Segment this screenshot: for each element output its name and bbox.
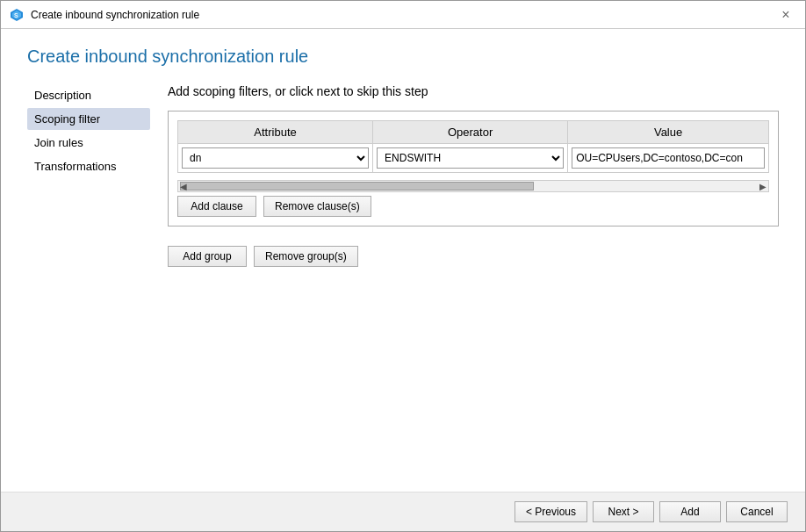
- operator-select[interactable]: ENDSWITH: [377, 147, 564, 169]
- svg-text:S: S: [14, 12, 18, 18]
- attribute-cell: dn: [178, 144, 373, 173]
- previous-button[interactable]: < Previous: [515, 501, 587, 522]
- value-input[interactable]: [572, 147, 765, 169]
- next-button[interactable]: Next >: [593, 501, 654, 522]
- close-button[interactable]: ×: [775, 4, 796, 25]
- step-heading: Add scoping filters, or click next to sk…: [168, 84, 779, 98]
- sidebar-item-transformations[interactable]: Transformations: [27, 155, 150, 177]
- scroll-left-arrow[interactable]: ◀: [180, 182, 187, 191]
- title-bar-left: S Create inbound synchronization rule: [10, 8, 199, 22]
- clause-buttons: Add clause Remove clause(s): [177, 196, 769, 217]
- footer: < Previous Next > Add Cancel: [1, 492, 805, 531]
- main-content: Create inbound synchronization rule Desc…: [1, 29, 805, 492]
- page-title: Create inbound synchronization rule: [27, 47, 779, 67]
- sidebar-item-description[interactable]: Description: [27, 84, 150, 106]
- scrollbar-thumb[interactable]: [180, 182, 534, 191]
- value-cell: [568, 144, 769, 173]
- remove-clause-button[interactable]: Remove clause(s): [263, 196, 371, 217]
- filter-table: Attribute Operator Value dn: [177, 120, 769, 173]
- sidebar-item-join-rules[interactable]: Join rules: [27, 132, 150, 154]
- sidebar: Description Scoping filter Join rules Tr…: [27, 84, 150, 483]
- main-panel: Add scoping filters, or click next to sk…: [168, 84, 779, 483]
- add-clause-button[interactable]: Add clause: [177, 196, 256, 217]
- operator-cell: ENDSWITH: [373, 144, 568, 173]
- title-bar: S Create inbound synchronization rule ×: [1, 1, 805, 29]
- sidebar-item-scoping-filter[interactable]: Scoping filter: [27, 108, 150, 130]
- add-button[interactable]: Add: [659, 501, 721, 522]
- remove-group-button[interactable]: Remove group(s): [254, 246, 358, 267]
- group-buttons: Add group Remove group(s): [168, 246, 779, 267]
- title-bar-title: Create inbound synchronization rule: [31, 9, 199, 21]
- attribute-select[interactable]: dn: [182, 147, 369, 169]
- filter-row: dn ENDSWITH: [178, 144, 769, 173]
- col-attribute: Attribute: [178, 121, 373, 144]
- content-area: Description Scoping filter Join rules Tr…: [27, 84, 779, 483]
- filter-box: Attribute Operator Value dn: [168, 111, 779, 226]
- cancel-button[interactable]: Cancel: [726, 501, 788, 522]
- scroll-right-arrow[interactable]: ▶: [759, 182, 766, 191]
- main-window: S Create inbound synchronization rule × …: [0, 0, 806, 532]
- col-value: Value: [568, 121, 769, 144]
- horizontal-scrollbar[interactable]: ◀ ▶: [177, 180, 769, 192]
- col-operator: Operator: [373, 121, 568, 144]
- azure-sync-icon: S: [10, 8, 24, 22]
- add-group-button[interactable]: Add group: [168, 246, 247, 267]
